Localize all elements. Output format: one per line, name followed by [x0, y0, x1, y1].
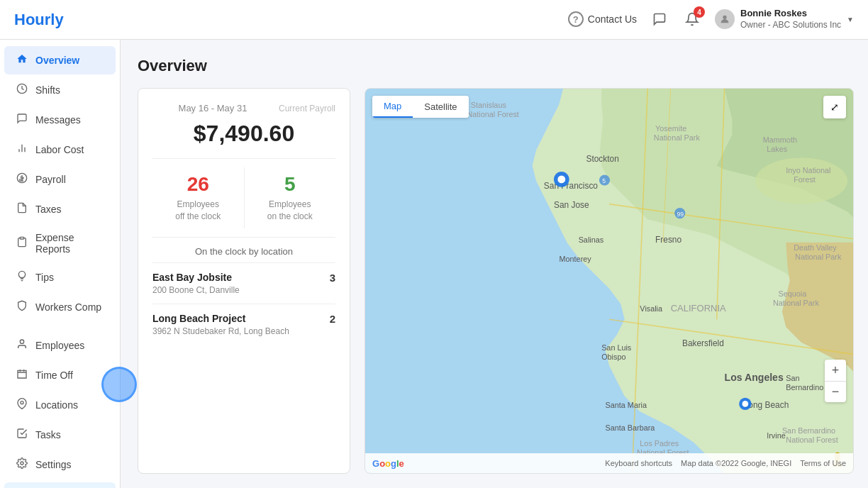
svg-point-0 [723, 16, 726, 19]
contact-us-button[interactable]: ? Contact Us [568, 11, 637, 27]
svg-point-8 [21, 401, 23, 404]
card-divider-2 [152, 237, 335, 238]
sidebar-item-label: Locations [35, 399, 104, 411]
employees-on-label: Employeeson the clock [247, 199, 333, 223]
svg-text:San Bernardino: San Bernardino [782, 426, 835, 435]
avatar [715, 9, 735, 29]
zoom-in-button[interactable]: + [825, 360, 846, 381]
svg-text:Santa Barbara: Santa Barbara [606, 423, 656, 432]
sidebar-item-label: Messages [35, 114, 104, 126]
notification-count: 4 [694, 6, 705, 18]
svg-point-7 [20, 340, 23, 343]
location-count: 2 [330, 313, 335, 325]
user-menu[interactable]: Bonnie Roskes Owner - ABC Solutions Inc … [715, 8, 854, 30]
map-tab-map[interactable]: Map [372, 96, 413, 118]
sidebar-item-labor-cost[interactable]: Labor Cost [4, 135, 116, 164]
keyboard-shortcuts[interactable]: Keyboard shortcuts [605, 459, 672, 467]
svg-text:National Park: National Park [773, 299, 820, 307]
sidebar-item-expense-reports[interactable]: Expense Reports [4, 225, 116, 262]
employees-off-block: 26 Employeesoff the clock [152, 167, 244, 228]
sidebar-item-label: Taxes [35, 204, 104, 215]
employees-on-count: 5 [247, 173, 333, 196]
svg-point-9 [21, 462, 23, 465]
page-title: Overview [138, 57, 854, 75]
employees-off-count: 26 [155, 173, 241, 196]
sidebar-item-locations[interactable]: Locations [4, 391, 116, 419]
messages-icon[interactable] [650, 9, 669, 29]
svg-text:99: 99 [677, 211, 684, 218]
svg-point-63 [557, 175, 565, 183]
svg-text:Obispo: Obispo [601, 353, 625, 361]
header-right: ? Contact Us 4 Bonnie Roskes Owner - ABC… [568, 8, 854, 30]
sidebar-item-employees[interactable]: Employees [4, 331, 116, 360]
sidebar-item-taxes[interactable]: Taxes [4, 195, 116, 223]
sidebar-item-time-off[interactable]: Time Off [4, 361, 116, 389]
location-count: 3 [330, 272, 335, 284]
map-tabs: Map Satellite [372, 96, 469, 118]
map-data-label: Map data ©2022 Google, INEGI [681, 459, 791, 467]
svg-text:Inyo National: Inyo National [786, 166, 830, 174]
svg-text:Bakersfield: Bakersfield [682, 338, 724, 348]
sidebar-item-label: Settings [35, 459, 104, 470]
content-row: May 16 - May 31 Current Payroll $7,490.6… [138, 88, 854, 474]
svg-text:Stanislaus: Stanislaus [471, 101, 507, 109]
lightbulb-icon [16, 270, 28, 284]
location-item: East Bay Jobsite 3 200 Boone Ct, Danvill… [152, 262, 335, 304]
help-icon: ? [568, 11, 584, 27]
message-icon [16, 113, 28, 127]
app-header: Hourly ? Contact Us 4 Bonnie Roskes Owne… [0, 0, 868, 40]
sidebar-item-overview[interactable]: Overview [4, 46, 116, 74]
dollar-icon [16, 172, 28, 187]
main-content: Overview May 16 - May 31 Current Payroll… [121, 40, 868, 488]
tasks-icon [16, 428, 28, 442]
sidebar-item-tasks[interactable]: Tasks [4, 421, 116, 449]
map-container: Stockton San Francisco San Jose Salinas … [365, 88, 854, 474]
location-name: East Bay Jobsite 3 [152, 272, 335, 284]
on-clock-by-location-label: On the clock by location [152, 246, 335, 257]
file-icon [16, 202, 28, 216]
svg-text:Visalia: Visalia [640, 304, 663, 313]
terms-of-use[interactable]: Terms of Use [800, 459, 846, 467]
location-address: 200 Boone Ct, Danville [152, 285, 335, 295]
sidebar-item-label: Time Off [35, 370, 104, 381]
sidebar-item-payroll[interactable]: Payroll [4, 165, 116, 194]
svg-text:Forest: Forest [794, 175, 816, 184]
sidebar-item-messages[interactable]: Messages [4, 106, 116, 134]
svg-text:Bernardino: Bernardino [786, 383, 823, 392]
notifications-icon[interactable]: 4 [682, 9, 702, 29]
overview-card: May 16 - May 31 Current Payroll $7,490.6… [138, 88, 350, 474]
sidebar-item-settings[interactable]: Settings [4, 450, 116, 479]
google-logo: Google [372, 458, 404, 469]
map-footer: Google Keyboard shortcuts Map data ©2022… [365, 453, 853, 473]
payroll-period: May 16 - May 31 [152, 103, 273, 113]
sidebar-item-free-month[interactable]: Free Month [4, 482, 116, 488]
svg-text:Lakes: Lakes [767, 145, 787, 153]
svg-text:CALIFORNIA: CALIFORNIA [671, 303, 726, 314]
svg-text:5: 5 [602, 177, 606, 184]
shield-icon [16, 300, 28, 314]
sidebar-item-tips[interactable]: Tips [4, 263, 116, 292]
sidebar-item-label: Labor Cost [35, 144, 104, 155]
person-icon [16, 338, 28, 353]
sidebar-item-label: Tips [35, 272, 104, 283]
employees-on-block: 5 Employeeson the clock [244, 167, 336, 228]
calendar-icon [16, 368, 28, 382]
svg-text:Santa Maria: Santa Maria [606, 401, 647, 409]
map-svg: Stockton San Francisco San Jose Salinas … [365, 89, 853, 473]
map-tab-satellite[interactable]: Satellite [413, 96, 468, 118]
chevron-down-icon: ▼ [847, 16, 854, 23]
home-icon [16, 53, 28, 67]
sidebar-item-workers-comp[interactable]: Workers Comp [4, 293, 116, 321]
location-address: 3962 N Studebaker Rd, Long Beach [152, 326, 335, 336]
svg-point-65 [742, 401, 749, 407]
svg-text:Salinas: Salinas [579, 235, 604, 244]
sidebar-item-label: Tasks [35, 429, 104, 440]
zoom-out-button[interactable]: − [825, 381, 846, 402]
svg-text:San Luis: San Luis [601, 343, 632, 352]
sidebar-item-label: Employees [35, 340, 104, 351]
svg-text:Death Valley: Death Valley [794, 243, 837, 252]
svg-text:Los Padres: Los Padres [640, 439, 679, 448]
svg-text:National Forest: National Forest [467, 110, 518, 118]
sidebar-item-shifts[interactable]: Shifts [4, 76, 116, 104]
map-expand-button[interactable]: ⤢ [823, 96, 846, 118]
